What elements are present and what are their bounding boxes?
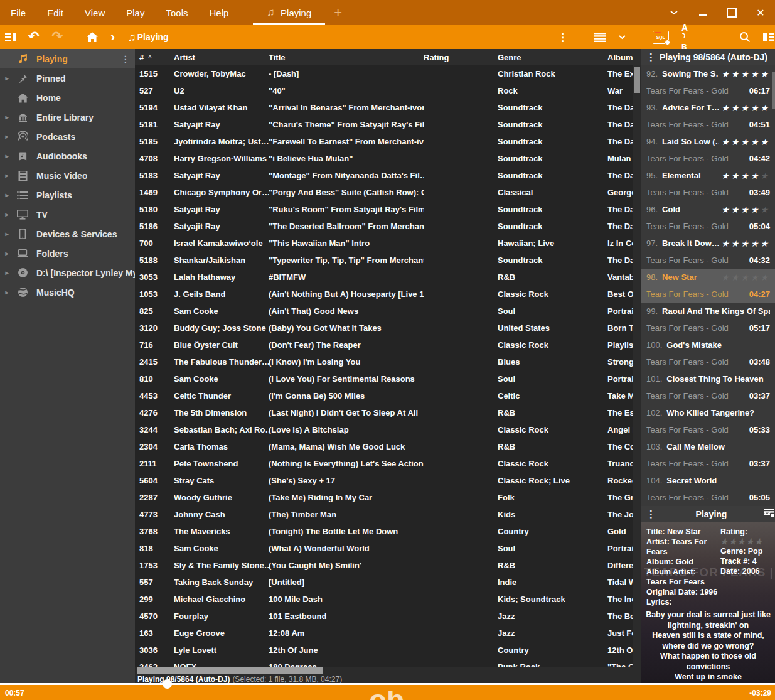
sidebar-item-devices-services[interactable]: ▸Devices & Services [0, 224, 135, 244]
table-row[interactable]: 818Sam Cooke(What A) Wonderful WorldSoul… [135, 540, 641, 557]
table-row[interactable]: 2415The Fabulous Thunder…(I Know) I'm Lo… [135, 353, 641, 370]
list-view-button[interactable] [588, 25, 612, 49]
table-row[interactable]: 1753Sly & The Family Stone…(You Caught M… [135, 557, 641, 574]
table-row[interactable]: 5188Shankar/Jaikishan"Typewriter Tip, Ti… [135, 252, 641, 269]
menu-help[interactable]: Help [199, 0, 240, 25]
view-options-kebab-button[interactable]: ⋮ [551, 25, 574, 49]
table-row[interactable]: 810Sam Cooke(I Love You) For Sentimental… [135, 370, 641, 387]
breadcrumb[interactable]: ♫ Playing [121, 25, 174, 49]
tab-playing[interactable]: ♫ Playing [253, 0, 325, 25]
table-row[interactable]: 3036Lyle Lovett12th Of JuneCountry12th O… [135, 642, 641, 659]
seek-handle[interactable] [163, 679, 172, 689]
rating-stars[interactable]: ★★★★★ [721, 205, 770, 215]
minimize-button[interactable] [688, 0, 717, 25]
menu-play[interactable]: Play [115, 0, 155, 25]
sidebar-item-playing[interactable]: Playing⋮ [0, 49, 135, 68]
column-header-title[interactable]: Title [269, 53, 424, 62]
queue-item[interactable]: 102.Who Killed Tangerine?Tears For Fears… [641, 404, 775, 438]
table-row[interactable]: 700Israel Kamakawiwoʻole"This Hawaiian M… [135, 235, 641, 252]
expand-chevron-icon[interactable]: ▸ [0, 289, 14, 296]
table-row[interactable]: 5181Satyajit Ray"Charu's Theme" From Sat… [135, 116, 641, 133]
table-row[interactable]: 5185Jyotirindra Moitra; Ust…"Farewell To… [135, 133, 641, 150]
expand-chevron-icon[interactable]: ▸ [0, 269, 14, 276]
table-row[interactable]: 2304Carla Thomas(Mama, Mama) Wish Me Goo… [135, 438, 641, 455]
sidebar-item-home[interactable]: Home [0, 88, 135, 107]
expand-chevron-icon[interactable]: ▸ [0, 172, 14, 179]
maximize-button[interactable] [717, 0, 746, 25]
table-row[interactable]: 163Euge Groove12:08 AmJazzJust Fee [135, 625, 641, 642]
toggle-sidebar-button[interactable] [0, 25, 22, 49]
queue-item-current[interactable]: 98.New Star★★★★★Tears For Fears - Gold04… [641, 269, 775, 303]
queue-item[interactable]: 104.Secret WorldTears For Fears - Gold05… [641, 472, 775, 506]
rating-stars[interactable]: ★★★★★ [721, 137, 770, 147]
expand-chevron-icon[interactable]: ▸ [0, 114, 14, 121]
table-row[interactable]: 2287Woody Guthrie(Take Me) Riding In My … [135, 489, 641, 506]
expand-chevron-icon[interactable]: ▸ [0, 133, 14, 140]
collection-filter-button[interactable]: SQL [646, 25, 675, 49]
expand-chevron-icon[interactable]: ▸ [0, 191, 14, 198]
queue-item[interactable]: 93.Advice For T…★★★★★Tears For Fears - G… [641, 99, 775, 133]
table-row[interactable]: 4276The 5th Dimension(Last Night) I Didn… [135, 404, 641, 421]
table-row[interactable]: 4570Fourplay101 EastboundJazzThe Bes [135, 608, 641, 625]
horizontal-scrollbar[interactable] [135, 667, 641, 675]
table-row[interactable]: 5183Satyajit Ray"Montage" From Nityanand… [135, 167, 641, 184]
queue-item[interactable]: 103.Call Me MellowTears For Fears - Gold… [641, 438, 775, 472]
sidebar-item-music-video[interactable]: ▸Music Video [0, 166, 135, 185]
table-row[interactable]: 527U2"40"RockWar [135, 82, 641, 99]
close-button[interactable]: ✕ [746, 0, 775, 25]
panel-layout-button[interactable] [757, 25, 775, 49]
sidebar-item-entire-library[interactable]: ▸Entire Library [0, 107, 135, 127]
queue-scrollbar[interactable] [772, 65, 775, 505]
rating-stars[interactable]: ★★★★★ [721, 239, 770, 249]
menu-tools[interactable]: Tools [155, 0, 198, 25]
table-row[interactable]: 299Michael Giacchino100 Mile DashKids; S… [135, 591, 641, 608]
sidebar-item-musichq[interactable]: ▸MusicHQ [0, 283, 135, 302]
queue-kebab-button[interactable]: ⋮ [641, 51, 660, 63]
table-row[interactable]: 1469Chicago Symphony Or…"Porgy And Bess"… [135, 184, 641, 201]
rating-stars[interactable]: ★★★★★ [721, 103, 770, 113]
column-header-album[interactable]: Album [607, 53, 641, 62]
menu-edit[interactable]: Edit [36, 0, 74, 25]
table-row[interactable]: 5604Stray Cats(She's) Sexy + 17Classic R… [135, 472, 641, 489]
sort-button[interactable]: AB [675, 25, 694, 49]
sidebar-item-folders[interactable]: ▸Folders [0, 244, 135, 263]
queue-item[interactable]: 96.Cold★★★★★Tears For Fears - Gold05:04 [641, 201, 775, 235]
search-button[interactable] [733, 25, 757, 49]
table-row[interactable]: 2111Pete Townshend(Nothing Is Everything… [135, 455, 641, 472]
menu-view[interactable]: View [74, 0, 115, 25]
column-header-genre[interactable]: Genre [498, 53, 607, 62]
expand-chevron-icon[interactable]: ▸ [0, 211, 14, 218]
sidebar-item-podcasts[interactable]: ▸Podcasts [0, 127, 135, 146]
queue-scrollbar-thumb[interactable] [772, 72, 775, 109]
sidebar-item-playlists[interactable]: ▸Playlists [0, 185, 135, 205]
rating-stars[interactable]: ★★★★★ [721, 171, 770, 181]
home-button[interactable] [80, 25, 104, 49]
sidebar-item-tv[interactable]: ▸TV [0, 205, 135, 224]
table-row[interactable]: 557Taking Back Sunday[Untitled]IndieTida… [135, 574, 641, 591]
column-header-num[interactable]: # ^ [139, 53, 174, 62]
seek-bar[interactable] [0, 683, 775, 685]
queue-item[interactable]: 99.Raoul And The Kings Of SpainTears For… [641, 303, 775, 337]
table-row[interactable]: 4708Harry Gregson-Williams"i Believe Hua… [135, 150, 641, 167]
expand-chevron-icon[interactable]: ▸ [0, 230, 14, 237]
expand-chevron-icon[interactable]: ▸ [0, 75, 14, 82]
queue-item[interactable]: 95.Elemental★★★★★Tears For Fears - Gold0… [641, 167, 775, 201]
sidebar-item-kebab-button[interactable]: ⋮ [121, 49, 130, 68]
queue-item[interactable]: 100.God's MistakeTears For Fears - Gold0… [641, 337, 775, 370]
horizontal-scrollbar-thumb[interactable] [137, 667, 323, 674]
expand-chevron-icon[interactable]: ▸ [0, 250, 14, 257]
column-header-rating[interactable]: Rating [424, 53, 498, 62]
table-row[interactable]: 4453Celtic Thunder(I'm Gonna Be) 500 Mil… [135, 387, 641, 404]
table-row[interactable]: 825Sam Cooke(Ain't That) Good NewsSoulPo… [135, 303, 641, 320]
redo-button[interactable]: ↷ [46, 24, 70, 48]
window-menu-chevron-button[interactable] [660, 0, 688, 25]
table-row[interactable]: 3768The Mavericks(Tonight) The Bottle Le… [135, 523, 641, 540]
sidebar-item-pinned[interactable]: ▸Pinned [0, 68, 135, 88]
table-row[interactable]: 4773Johnny Cash(The) Timber ManKidsThe J… [135, 506, 641, 523]
queue-item[interactable]: 101.Closest Thing To HeavenTears For Fea… [641, 370, 775, 404]
table-row[interactable]: 716Blue Öyster Cult(Don't Fear) The Reap… [135, 337, 641, 353]
queue-item[interactable]: 97.Break It Dow…★★★★★Tears For Fears - G… [641, 235, 775, 269]
menu-file[interactable]: File [0, 0, 36, 25]
new-tab-button[interactable]: + [325, 0, 351, 25]
rating-stars[interactable]: ★★★★★ [721, 69, 770, 79]
